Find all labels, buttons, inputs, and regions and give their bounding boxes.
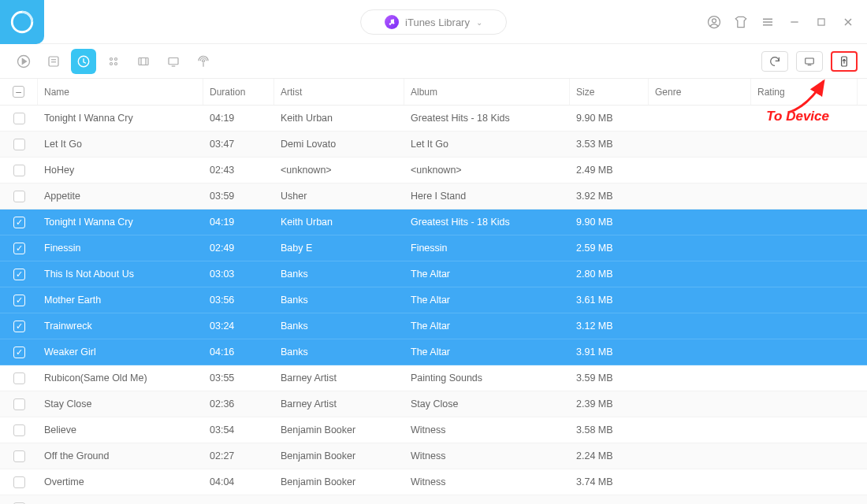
- svg-point-2: [393, 22, 395, 24]
- col-album[interactable]: Album: [404, 79, 570, 105]
- row-checkbox[interactable]: [13, 372, 25, 384]
- cell-duration: 03:47: [203, 139, 274, 150]
- table-row[interactable]: Mother Earth03:56BanksThe Altar3.61 MB: [0, 287, 867, 313]
- refresh-button[interactable]: [761, 51, 788, 72]
- table-row[interactable]: HoHey02:43<unknown><unknown>2.49 MB: [0, 158, 867, 183]
- table-row[interactable]: Stay Close02:36Barney ArtistStay Close2.…: [0, 391, 867, 417]
- cell-duration: 02:27: [203, 450, 274, 461]
- table-row[interactable]: Finessin02:49Baby EFinessin2.59 MB: [0, 235, 867, 261]
- cell-name: Tonight I Wanna Cry: [38, 217, 203, 228]
- table-row[interactable]: Weaker Girl04:16BanksThe Altar3.91 MB: [0, 339, 867, 365]
- table-row[interactable]: Off the Ground02:27Benjamin BookerWitnes…: [0, 443, 867, 469]
- cell-duration: 04:04: [203, 476, 274, 487]
- row-checkbox[interactable]: [13, 165, 25, 176]
- col-name[interactable]: Name: [38, 79, 203, 105]
- table-row[interactable]: Let It Go03:47Demi LovatoLet It Go3.53 M…: [0, 132, 867, 158]
- cell-album: The Altar: [404, 346, 570, 358]
- apps-tab[interactable]: [101, 49, 126, 74]
- table-row[interactable]: Tonight I Wanna Cry04:19Keith UrbanGreat…: [0, 209, 867, 235]
- cell-album: Witness: [404, 450, 570, 461]
- row-checkbox[interactable]: [13, 424, 25, 436]
- cell-duration: 04:19: [203, 113, 274, 124]
- cell-duration: 03:24: [203, 321, 274, 332]
- cell-artist: Banks: [274, 346, 404, 358]
- table-row[interactable]: Appetite03:59UsherHere I Stand3.92 MB: [0, 183, 867, 209]
- row-checkbox[interactable]: [13, 346, 25, 358]
- row-checkbox[interactable]: [13, 476, 25, 488]
- cell-name: Let It Go: [38, 139, 203, 150]
- play-button[interactable]: [11, 49, 36, 74]
- row-checkbox[interactable]: [13, 269, 25, 280]
- app-logo: [0, 0, 44, 44]
- cell-size: 2.59 MB: [570, 243, 649, 254]
- table-row[interactable]: Trainwreck03:24BanksThe Altar3.12 MB: [0, 313, 867, 339]
- music-tab[interactable]: [71, 49, 96, 74]
- to-device-button[interactable]: [831, 51, 858, 72]
- row-checkbox[interactable]: [13, 139, 25, 150]
- playlist-tab[interactable]: [41, 49, 66, 74]
- row-checkbox[interactable]: [13, 450, 25, 462]
- cell-name: HoHey: [38, 165, 203, 176]
- row-checkbox[interactable]: [13, 113, 25, 124]
- table-row[interactable]: Overtime04:04Benjamin BookerWitness3.74 …: [0, 469, 867, 495]
- table-row[interactable]: Believe03:54Benjamin BookerWitness3.58 M…: [0, 417, 867, 443]
- window-controls: [705, 13, 858, 32]
- cell-name: Rubicon(Same Old Me): [38, 372, 203, 384]
- cell-artist: Banks: [274, 321, 404, 332]
- row-checkbox[interactable]: [13, 321, 25, 332]
- row-checkbox[interactable]: [13, 217, 25, 228]
- svg-rect-14: [49, 57, 58, 66]
- select-all-checkbox[interactable]: –: [13, 86, 24, 98]
- cell-name: Finessin: [38, 243, 203, 254]
- podcast-tab[interactable]: [191, 49, 216, 74]
- cell-artist: Banks: [274, 269, 404, 280]
- col-genre[interactable]: Genre: [649, 79, 751, 105]
- row-checkbox[interactable]: [13, 243, 25, 254]
- row-checkbox[interactable]: [13, 398, 25, 410]
- col-artist[interactable]: Artist: [274, 79, 404, 105]
- svg-point-4: [713, 18, 716, 22]
- cell-artist: Banks: [274, 295, 404, 306]
- cell-duration: 02:49: [203, 243, 274, 254]
- account-icon[interactable]: [705, 13, 724, 32]
- menu-icon[interactable]: [758, 13, 777, 32]
- maximize-button[interactable]: [812, 13, 831, 32]
- table-row[interactable]: Rubicon(Same Old Me)03:55Barney ArtistPa…: [0, 365, 867, 391]
- cell-artist: Keith Urban: [274, 113, 404, 124]
- row-checkbox[interactable]: [13, 295, 25, 306]
- table-row[interactable]: Tonight I Wanna Cry04:19Keith UrbanGreat…: [0, 106, 867, 132]
- cell-album: The Altar: [404, 269, 570, 280]
- col-rating[interactable]: Rating: [751, 79, 858, 105]
- cell-duration: 03:55: [203, 372, 274, 384]
- svg-point-20: [110, 62, 113, 65]
- col-size[interactable]: Size: [570, 79, 649, 105]
- cell-size: 3.12 MB: [570, 321, 649, 332]
- cell-duration: 02:43: [203, 165, 274, 176]
- cell-size: 3.92 MB: [570, 191, 649, 202]
- cell-size: 3.91 MB: [570, 346, 649, 358]
- minimize-button[interactable]: [785, 13, 804, 32]
- cell-artist: Benjamin Booker: [274, 424, 404, 435]
- library-dropdown[interactable]: iTunes Library ⌄: [360, 9, 507, 35]
- row-checkbox[interactable]: [13, 191, 25, 202]
- skin-icon[interactable]: [731, 13, 750, 32]
- cell-name: Overtime: [38, 476, 203, 487]
- cell-artist: Benjamin Booker: [274, 450, 404, 461]
- cell-album: Stay Close: [404, 398, 570, 410]
- table-row[interactable]: This Is Not About Us03:03BanksThe Altar2…: [0, 261, 867, 287]
- cell-album: Witness: [404, 424, 570, 435]
- table-row[interactable]: Formation03:26BeyoncéFormation3.15 MB: [0, 495, 867, 504]
- movies-tab[interactable]: [131, 49, 156, 74]
- tvshows-tab[interactable]: [161, 49, 186, 74]
- cell-album: Greatest Hits - 18 Kids: [404, 113, 570, 124]
- cell-size: 9.90 MB: [570, 217, 649, 228]
- cell-duration: 03:54: [203, 424, 274, 435]
- cell-duration: 03:59: [203, 191, 274, 202]
- col-duration[interactable]: Duration: [203, 79, 274, 105]
- music-icon: [385, 15, 399, 29]
- cell-duration: 04:19: [203, 217, 274, 228]
- song-table[interactable]: – Name Duration Artist Album Size Genre …: [0, 79, 867, 504]
- cell-size: 3.53 MB: [570, 139, 649, 150]
- close-button[interactable]: [839, 13, 858, 32]
- to-computer-button[interactable]: [796, 51, 823, 72]
